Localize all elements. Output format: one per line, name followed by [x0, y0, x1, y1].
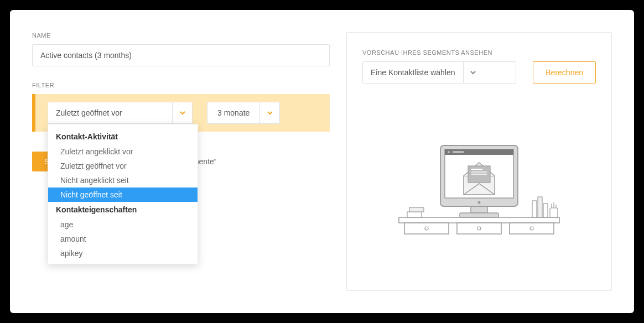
filter-period-select[interactable]: 3 monate — [207, 102, 280, 124]
chevron-down-icon — [259, 102, 279, 123]
preview-panel: VORSCHAU IHRES SEGMENTS ANSEHEN Eine Kon… — [346, 32, 612, 291]
svg-rect-12 — [550, 208, 558, 217]
svg-rect-23 — [453, 151, 464, 153]
filter-period-value: 3 monate — [207, 102, 259, 123]
filter-condition-select[interactable]: Zuletzt geöffnet vor — [48, 102, 193, 124]
filter-condition-dropdown: Kontakt-Aktivität Zuletzt angeklickt vor… — [48, 124, 198, 264]
svg-point-20 — [478, 201, 481, 204]
svg-rect-9 — [532, 201, 537, 217]
dropdown-item[interactable]: apikey — [48, 246, 198, 261]
calculate-button[interactable]: Berechnen — [533, 61, 596, 84]
filter-label: FILTER — [32, 82, 330, 88]
svg-rect-17 — [460, 213, 498, 217]
dropdown-item-selected[interactable]: Nicht geöffnet seit — [48, 187, 198, 202]
svg-rect-8 — [409, 207, 424, 212]
svg-rect-1 — [404, 223, 449, 234]
dropdown-item[interactable]: amount — [48, 232, 198, 246]
preview-illustration — [362, 100, 596, 279]
segment-form: NAME FILTER Zuletzt geöffnet vor 3 monat… — [32, 32, 330, 291]
dropdown-item[interactable]: Zuletzt geöffnet vor — [48, 159, 198, 173]
dropdown-item[interactable]: age — [48, 217, 198, 232]
svg-rect-10 — [538, 197, 542, 217]
chevron-down-icon — [463, 62, 483, 83]
chevron-down-icon — [172, 102, 192, 123]
filter-condition-value: Zuletzt geöffnet vor — [48, 102, 172, 123]
svg-rect-16 — [471, 206, 487, 213]
svg-point-22 — [448, 151, 450, 153]
desk-monitor-icon — [396, 137, 562, 242]
filter-row: Zuletzt geöffnet vor 3 monate Kontakt — [32, 94, 330, 132]
svg-rect-11 — [543, 204, 548, 217]
contact-list-placeholder: Eine Kontaktliste wählen — [363, 62, 463, 83]
preview-label: VORSCHAU IHRES SEGMENTS ANSEHEN — [362, 49, 596, 56]
svg-rect-2 — [457, 223, 501, 234]
name-label: NAME — [32, 32, 330, 39]
segment-name-input[interactable] — [32, 44, 330, 66]
svg-rect-3 — [510, 223, 554, 234]
dropdown-item[interactable]: Zuletzt angeklickt vor — [48, 144, 198, 159]
dropdown-group-activity: Kontakt-Aktivität — [48, 129, 198, 144]
dropdown-item[interactable]: Nicht angeklickt seit — [48, 173, 198, 187]
svg-rect-0 — [399, 217, 559, 223]
contact-list-select[interactable]: Eine Kontaktliste wählen — [362, 61, 516, 84]
dropdown-group-properties: Kontakteigenschaften — [48, 202, 198, 217]
svg-rect-7 — [407, 212, 422, 217]
